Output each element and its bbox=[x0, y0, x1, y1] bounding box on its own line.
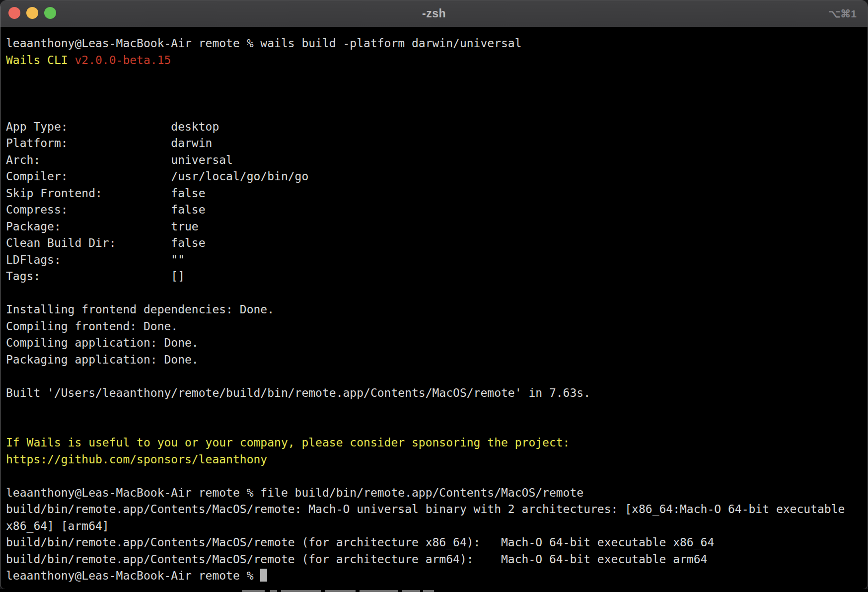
terminal-line bbox=[6, 418, 863, 435]
terminal-line: build/bin/remote.app/Contents/MacOS/remo… bbox=[6, 534, 863, 551]
terminal-line: Clean Build Dir: false bbox=[6, 235, 863, 252]
terminal-line: build/bin/remote.app/Contents/MacOS/remo… bbox=[6, 551, 863, 568]
terminal-text-segment: build/bin/remote.app/Contents/MacOS/remo… bbox=[6, 503, 845, 516]
terminal-text-segment: leaanthony@Leas-MacBook-Air remote % bbox=[6, 569, 260, 582]
terminal-line: App Type: desktop bbox=[6, 119, 863, 136]
terminal-line: Installing frontend dependencies: Done. bbox=[6, 301, 863, 318]
terminal-text-segment: Compress: false bbox=[6, 203, 206, 216]
window-title: -zsh bbox=[0, 0, 868, 27]
terminal-line: Package: true bbox=[6, 219, 863, 235]
terminal-text-segment: LDFlags: "" bbox=[6, 253, 185, 266]
terminal-line: Compiler: /usr/local/go/bin/go bbox=[6, 168, 863, 185]
tab-shortcut-label: ⌥⌘1 bbox=[828, 0, 857, 27]
terminal-text-segment: Compiling application: Done. bbox=[6, 336, 199, 349]
terminal-line: Compiling application: Done. bbox=[6, 335, 863, 352]
terminal-line: Arch: universal bbox=[6, 152, 863, 169]
terminal-line bbox=[6, 468, 863, 485]
terminal-line bbox=[6, 102, 863, 119]
terminal-text-segment: Clean Build Dir: false bbox=[6, 236, 206, 249]
terminal-line bbox=[6, 69, 863, 85]
background-window-fragment bbox=[281, 590, 321, 592]
terminal-text-segment: Built '/Users/leaanthony/remote/build/bi… bbox=[6, 386, 590, 399]
terminal-text-segment: leaanthony@Leas-MacBook-Air remote % wai… bbox=[6, 37, 522, 50]
terminal-text-segment: App Type: desktop bbox=[6, 120, 219, 133]
terminal-text-segment: Installing frontend dependencies: Done. bbox=[6, 303, 274, 316]
terminal-text-segment: Wails CLI bbox=[6, 54, 74, 67]
background-window-fragment bbox=[402, 590, 420, 592]
background-window-fragment bbox=[242, 590, 265, 592]
terminal-line: If Wails is useful to you or your compan… bbox=[6, 435, 863, 451]
terminal-text-segment: https://github.com/sponsors/leaanthony bbox=[6, 453, 267, 466]
background-window-strip bbox=[0, 589, 868, 592]
terminal-text-segment: Tags: [] bbox=[6, 270, 185, 283]
terminal-line: Packaging application: Done. bbox=[6, 352, 863, 369]
background-window-fragment bbox=[360, 590, 398, 592]
terminal-line bbox=[6, 85, 863, 102]
terminal-line: Skip Frontend: false bbox=[6, 185, 863, 202]
terminal-text-segment: If Wails is useful to you or your compan… bbox=[6, 436, 570, 449]
terminal-text-segment: Arch: universal bbox=[6, 153, 233, 166]
terminal-line: Compiling frontend: Done. bbox=[6, 318, 863, 335]
terminal-line: x86_64] [arm64] bbox=[6, 518, 863, 535]
terminal-text-segment: v2.0.0-beta.15 bbox=[74, 54, 171, 67]
terminal-line: build/bin/remote.app/Contents/MacOS/remo… bbox=[6, 501, 863, 518]
terminal-text-segment: Compiler: /usr/local/go/bin/go bbox=[6, 170, 308, 183]
terminal-screen[interactable]: leaanthony@Leas-MacBook-Air remote % wai… bbox=[0, 27, 868, 582]
terminal-text-segment: x86_64] [arm64] bbox=[6, 519, 109, 532]
terminal-text-segment: Package: true bbox=[6, 220, 199, 233]
terminal-line bbox=[6, 368, 863, 385]
terminal-text-segment: Platform: darwin bbox=[6, 137, 212, 149]
terminal-line: Platform: darwin bbox=[6, 135, 863, 152]
terminal-line: Wails CLI v2.0.0-beta.15 bbox=[6, 52, 863, 69]
background-window-fragment bbox=[325, 590, 356, 592]
terminal-line: leaanthony@Leas-MacBook-Air remote % bbox=[6, 568, 863, 582]
terminal-text-segment: Packaging application: Done. bbox=[6, 353, 199, 366]
terminal-cursor bbox=[260, 569, 267, 582]
terminal-line: https://github.com/sponsors/leaanthony bbox=[6, 451, 863, 468]
terminal-window: -zsh ⌥⌘1 leaanthony@Leas-MacBook-Air rem… bbox=[0, 0, 868, 589]
terminal-text-segment: Compiling frontend: Done. bbox=[6, 320, 178, 333]
terminal-line: leaanthony@Leas-MacBook-Air remote % fil… bbox=[6, 485, 863, 502]
terminal-text-segment: leaanthony@Leas-MacBook-Air remote % fil… bbox=[6, 486, 583, 499]
terminal-line: Built '/Users/leaanthony/remote/build/bi… bbox=[6, 385, 863, 402]
titlebar[interactable]: -zsh ⌥⌘1 bbox=[0, 0, 868, 27]
terminal-text-segment: build/bin/remote.app/Contents/MacOS/remo… bbox=[6, 536, 714, 549]
terminal-line: leaanthony@Leas-MacBook-Air remote % wai… bbox=[6, 35, 863, 52]
terminal-text-segment: Skip Frontend: false bbox=[6, 187, 206, 200]
terminal-line bbox=[6, 285, 863, 302]
terminal-line bbox=[6, 401, 863, 418]
terminal-text-segment: build/bin/remote.app/Contents/MacOS/remo… bbox=[6, 553, 707, 566]
background-window-fragment bbox=[270, 590, 277, 592]
background-window-fragment bbox=[423, 590, 434, 592]
terminal-line: LDFlags: "" bbox=[6, 252, 863, 269]
terminal-line: Compress: false bbox=[6, 202, 863, 219]
terminal-line: Tags: [] bbox=[6, 268, 863, 285]
